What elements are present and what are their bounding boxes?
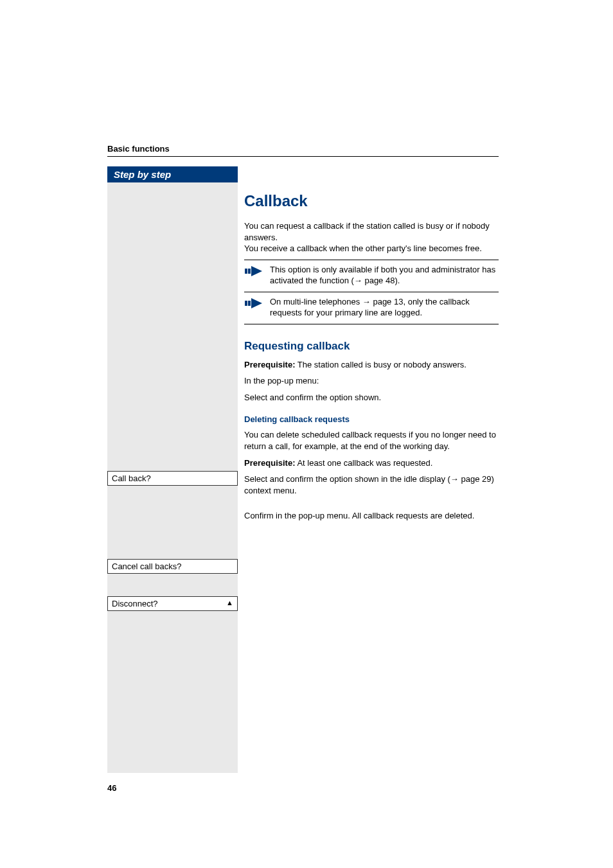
display-cancel-text: Cancel call backs?	[112, 562, 181, 571]
display-call-back-text: Call back?	[112, 474, 151, 483]
prerequisite-2: Prerequisite: At least one callback was …	[244, 457, 499, 469]
popup-menu-line: In the pop-up menu:	[244, 375, 499, 387]
page-number: 46	[107, 783, 116, 793]
svg-rect-0	[245, 269, 247, 274]
heading-requesting-callback: Requesting callback	[244, 340, 499, 353]
display-disconnect: Disconnect? ▲	[107, 596, 238, 611]
display-cancel-call-backs: Cancel call backs?	[107, 559, 238, 574]
header-rule	[107, 156, 499, 157]
note-rule-2	[244, 324, 499, 324]
step-by-step-column: Step by step	[107, 166, 238, 773]
select-idle-display-line: Select and confirm the option shown in t…	[244, 474, 499, 496]
note-block-2: On multi-line telephones → page 13, only…	[244, 296, 499, 319]
svg-rect-4	[248, 301, 251, 306]
prerequisite-label-2: Prerequisite:	[244, 458, 295, 468]
note-arrow-icon	[244, 264, 263, 278]
note-block-1: This option is only available if both yo…	[244, 264, 499, 287]
note-2-part1: On multi-line telephones	[270, 297, 362, 306]
select-idle-part1: Select and confirm the option shown in t…	[244, 474, 450, 484]
heading-deleting-callback-requests: Deleting callback requests	[244, 414, 499, 424]
intro-text-1: You can request a callback if the statio…	[244, 221, 490, 242]
intro-paragraph: You can request a callback if the statio…	[244, 220, 499, 254]
select-idle-ref: → page 29	[450, 474, 492, 484]
svg-rect-1	[248, 269, 251, 274]
prerequisite-label-1: Prerequisite:	[244, 360, 295, 369]
heading-callback: Callback	[244, 192, 499, 210]
page-header: Basic functions	[107, 144, 499, 162]
intro-text-2: You receive a callback when the other pa…	[244, 244, 482, 253]
step-by-step-header: Step by step	[107, 166, 238, 182]
page: Basic functions Step by step Call back? …	[0, 0, 613, 868]
svg-rect-3	[245, 301, 247, 306]
note-1-text: This option is only available if both yo…	[270, 264, 499, 287]
delete-paragraph: You can delete scheduled callback reques…	[244, 429, 499, 452]
display-call-back: Call back?	[107, 471, 238, 486]
note-1-part2: ).	[395, 276, 400, 285]
svg-marker-2	[251, 266, 262, 276]
note-rule-1b	[244, 292, 499, 292]
note-arrow-icon	[244, 296, 263, 310]
note-1-ref: → page 48	[354, 276, 395, 285]
up-arrow-icon: ▲	[226, 599, 233, 607]
confirm-popup-line: Confirm in the pop-up menu. All callback…	[244, 510, 499, 522]
select-confirm-line: Select and confirm the option shown.	[244, 392, 499, 403]
chapter-title: Basic functions	[107, 144, 499, 154]
note-rule-1a	[244, 260, 499, 260]
note-2-text: On multi-line telephones → page 13, only…	[270, 296, 499, 319]
svg-marker-5	[251, 298, 262, 308]
content-column: Callback You can request a callback if t…	[244, 166, 499, 527]
prerequisite-2-text: At least one callback was requested.	[295, 458, 432, 468]
display-disconnect-text: Disconnect?	[112, 599, 158, 608]
prerequisite-1: Prerequisite: The station called is busy…	[244, 359, 499, 371]
note-2-ref: → page 13	[362, 297, 404, 306]
prerequisite-1-text: The station called is busy or nobody ans…	[295, 360, 466, 369]
